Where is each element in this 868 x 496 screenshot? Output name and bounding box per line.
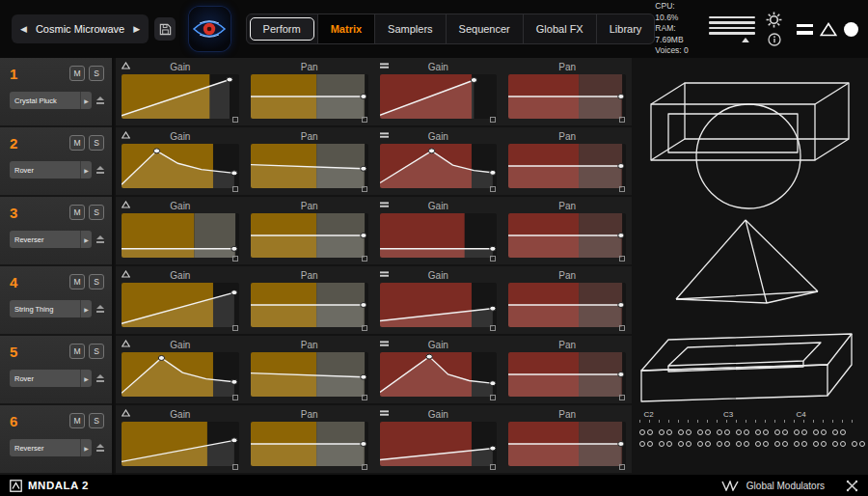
curve-node[interactable]: [425, 354, 431, 359]
mod-curve-display[interactable]: [122, 422, 239, 466]
expand-icon[interactable]: [362, 464, 367, 470]
chevron-right-icon[interactable]: ▶: [80, 370, 92, 387]
mute-button[interactable]: M: [69, 205, 85, 220]
note-dot[interactable]: [659, 429, 665, 435]
note-pair[interactable]: [774, 429, 788, 435]
note-dot[interactable]: [774, 429, 780, 435]
note-dot[interactable]: [821, 429, 827, 435]
mod-curve-display[interactable]: [122, 213, 239, 258]
mntra-eye-logo[interactable]: [189, 7, 230, 51]
note-pair[interactable]: [736, 429, 749, 435]
mod-curve-display[interactable]: [251, 74, 368, 119]
solo-button[interactable]: S: [89, 66, 104, 81]
note-pair[interactable]: [678, 429, 692, 435]
channel-preset-select[interactable]: Rover▶: [10, 161, 92, 179]
note-dot[interactable]: [678, 441, 684, 447]
gear-icon[interactable]: [766, 12, 782, 28]
mod-curve-display[interactable]: [122, 283, 239, 327]
mute-button[interactable]: M: [69, 413, 85, 428]
curve-node[interactable]: [153, 149, 159, 153]
curve-node[interactable]: [360, 95, 366, 99]
note-dot[interactable]: [794, 441, 800, 447]
solo-button[interactable]: S: [89, 205, 104, 220]
note-dot[interactable]: [821, 441, 827, 447]
note-dot[interactable]: [755, 429, 761, 435]
note-dot[interactable]: [801, 441, 807, 447]
note-dot[interactable]: [782, 441, 788, 447]
expand-icon[interactable]: [490, 256, 496, 262]
note-dot[interactable]: [782, 429, 788, 435]
expand-icon[interactable]: [619, 256, 625, 262]
channel-preset-select[interactable]: Crystal Pluck▶: [10, 92, 92, 109]
expand-icon[interactable]: [362, 325, 367, 331]
mod-curve-display[interactable]: [380, 213, 498, 258]
expand-icon[interactable]: [232, 464, 238, 470]
save-button[interactable]: [154, 17, 176, 41]
note-dot[interactable]: [813, 429, 819, 435]
note-pair[interactable]: [697, 429, 711, 435]
patch-cross-icon[interactable]: [846, 480, 858, 492]
mod-curve-display[interactable]: [122, 352, 239, 397]
mod-curve-display[interactable]: [508, 74, 626, 119]
mod-curve-display[interactable]: [508, 213, 626, 258]
tab-perform[interactable]: Perform: [250, 17, 314, 41]
note-dot[interactable]: [763, 441, 769, 447]
chevron-right-icon[interactable]: ▶: [80, 92, 92, 109]
expand-icon[interactable]: [619, 395, 625, 400]
solo-button[interactable]: S: [89, 413, 104, 428]
note-dot[interactable]: [678, 429, 684, 435]
note-dot[interactable]: [840, 441, 846, 447]
note-pair[interactable]: [717, 441, 730, 447]
note-dot[interactable]: [639, 441, 645, 447]
tab-global-fx[interactable]: Global FX: [523, 14, 596, 43]
note-pair[interactable]: [832, 429, 846, 435]
note-dot[interactable]: [736, 429, 742, 435]
note-dot[interactable]: [724, 429, 730, 435]
eject-icon[interactable]: [96, 96, 104, 104]
curve-node[interactable]: [360, 303, 366, 308]
curve-node[interactable]: [360, 374, 366, 379]
preset-name[interactable]: Cosmic Microwave: [36, 23, 124, 35]
note-pair[interactable]: [717, 429, 730, 435]
solo-button[interactable]: S: [89, 135, 104, 151]
note-dot[interactable]: [755, 441, 761, 447]
expand-icon[interactable]: [362, 256, 367, 262]
expand-icon[interactable]: [490, 395, 496, 400]
note-pair[interactable]: [832, 441, 846, 447]
expand-icon[interactable]: [490, 464, 496, 470]
curve-node[interactable]: [227, 77, 232, 82]
note-dot[interactable]: [717, 441, 722, 447]
curve-node[interactable]: [231, 246, 237, 251]
channel-preset-select[interactable]: Rover▶: [10, 370, 92, 387]
mod-curve-display[interactable]: [380, 422, 498, 466]
mod-curve-display[interactable]: [122, 74, 239, 119]
note-pair[interactable]: [774, 441, 788, 447]
curve-node[interactable]: [618, 164, 624, 169]
mod-curve-display[interactable]: [380, 283, 498, 327]
mod-curve-display[interactable]: [508, 422, 626, 466]
note-dot[interactable]: [774, 441, 780, 447]
expand-icon[interactable]: [362, 395, 367, 400]
note-dot[interactable]: [801, 429, 807, 435]
preset-browser[interactable]: ◀ Cosmic Microwave ▶: [12, 14, 149, 43]
expand-icon[interactable]: [362, 186, 367, 192]
mod-curve-display[interactable]: [508, 283, 626, 327]
note-dot[interactable]: [736, 441, 742, 447]
mod-curve-display[interactable]: [508, 144, 626, 188]
note-dot[interactable]: [647, 441, 653, 447]
channel-preset-select[interactable]: Reverser▶: [10, 439, 92, 456]
note-dot[interactable]: [744, 441, 749, 447]
master-volume-slider[interactable]: [709, 16, 755, 42]
eject-icon[interactable]: [96, 444, 104, 452]
note-dot[interactable]: [852, 441, 857, 447]
curve-node[interactable]: [489, 246, 495, 251]
note-pair[interactable]: [639, 441, 653, 447]
note-pair[interactable]: [852, 441, 865, 447]
eject-icon[interactable]: [96, 235, 104, 243]
info-icon[interactable]: [768, 33, 781, 46]
mute-button[interactable]: M: [69, 274, 85, 289]
curve-node[interactable]: [489, 306, 495, 311]
curve-node[interactable]: [618, 95, 624, 99]
mod-curve-display[interactable]: [380, 352, 498, 397]
note-dot[interactable]: [686, 441, 692, 447]
